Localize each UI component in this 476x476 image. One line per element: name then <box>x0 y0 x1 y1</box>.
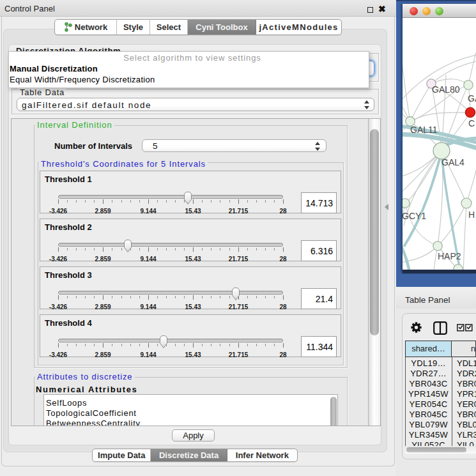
svg-text:H: H <box>468 210 475 220</box>
svg-text:HAP2: HAP2 <box>438 251 461 261</box>
svg-text:GCY1: GCY1 <box>403 211 426 221</box>
svg-text:GAL80: GAL80 <box>432 84 460 95</box>
svg-text:C: C <box>468 118 475 128</box>
svg-text:GAL4: GAL4 <box>441 157 464 167</box>
svg-text:GA: GA <box>468 93 476 104</box>
svg-text:GAL11: GAL11 <box>410 125 438 135</box>
